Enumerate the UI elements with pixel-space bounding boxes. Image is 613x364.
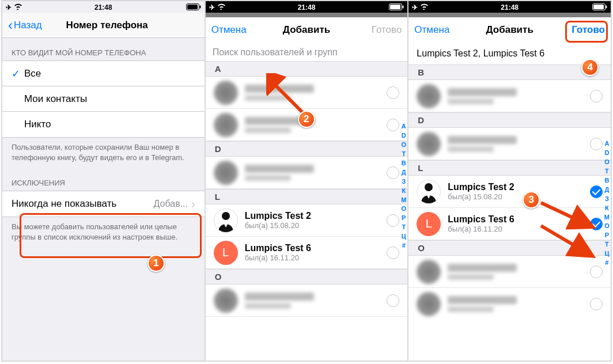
contact-sub xyxy=(245,127,291,133)
select-radio[interactable] xyxy=(387,86,399,99)
contact-sub xyxy=(448,98,494,104)
section-header-who-sees: КТО ВИДИТ МОЙ НОМЕР ТЕЛЕФОНА xyxy=(2,38,205,60)
selected-users[interactable]: Lumpics Test 2, Lumpics Test 6 xyxy=(408,43,611,65)
select-radio-checked[interactable] xyxy=(590,185,603,198)
contact-row-blurred[interactable] xyxy=(206,285,408,317)
select-radio[interactable] xyxy=(387,166,399,179)
battery-icon xyxy=(389,3,404,12)
avatar xyxy=(214,161,238,185)
contact-row-blurred[interactable] xyxy=(408,288,611,320)
page-title: Номер телефона xyxy=(66,20,148,31)
contact-name xyxy=(448,136,517,144)
option-contacts[interactable]: Мои контакты xyxy=(2,86,205,112)
svg-rect-5 xyxy=(403,5,404,8)
avatar xyxy=(417,260,441,284)
status-bar: ✈︎ 21:48 xyxy=(2,1,205,13)
select-radio[interactable] xyxy=(387,119,399,131)
search-input[interactable]: Поиск пользователей и групп xyxy=(206,43,408,61)
select-radio[interactable] xyxy=(387,294,399,307)
contact-lumpics-6[interactable]: L Lumpics Test 6был(а) 16.11.20 xyxy=(206,237,408,269)
avatar-letter: L xyxy=(214,241,238,265)
avatar-suit xyxy=(214,208,238,233)
contact-row-blurred[interactable] xyxy=(206,77,408,109)
select-radio[interactable] xyxy=(590,138,603,150)
select-radio[interactable] xyxy=(590,266,603,278)
select-radio[interactable] xyxy=(387,214,399,227)
status-time: 21:48 xyxy=(501,3,519,12)
alpha-index[interactable]: ADOTВДЗКМОРТЦ# xyxy=(604,139,610,268)
svg-point-11 xyxy=(425,183,433,191)
contact-sub xyxy=(245,175,291,181)
back-label: Назад xyxy=(14,20,42,31)
done-button[interactable]: Готово xyxy=(572,24,605,36)
contact-name xyxy=(245,85,314,93)
contact-sub xyxy=(448,274,494,280)
select-radio-checked[interactable] xyxy=(590,218,603,230)
contact-sub: был(а) 15.08.20 xyxy=(448,192,590,201)
avatar xyxy=(214,289,238,313)
never-show-value: Добав... xyxy=(154,199,188,209)
checkmark-icon: ✓ xyxy=(12,67,24,80)
never-show-label: Никогда не показывать xyxy=(12,198,154,210)
svg-rect-9 xyxy=(593,5,604,9)
avatar xyxy=(417,84,441,108)
battery-icon xyxy=(592,3,607,12)
section-header-exceptions: ИСКЛЮЧЕНИЯ xyxy=(2,168,205,191)
airplane-icon: ✈︎ xyxy=(6,3,12,12)
sheet-backdrop xyxy=(408,13,611,17)
section-index-o: O xyxy=(408,240,611,256)
wifi-icon xyxy=(420,3,429,12)
section-index-b: B xyxy=(408,65,611,80)
wifi-icon xyxy=(217,3,226,12)
contact-name: Lumpics Test 2 xyxy=(245,211,387,221)
select-radio[interactable] xyxy=(590,90,603,103)
section-index-a: A xyxy=(206,61,408,77)
contact-sub xyxy=(448,146,494,152)
exceptions-footer: Вы можете добавить пользователей или цел… xyxy=(2,217,205,248)
contact-row-blurred[interactable] xyxy=(408,80,611,112)
svg-rect-10 xyxy=(606,5,607,8)
exceptions-group: Никогда не показывать Добав... › xyxy=(2,191,205,217)
option-label: Все xyxy=(24,68,195,79)
avatar xyxy=(417,132,441,156)
modal-nav: Отмена Добавить Готово xyxy=(206,17,408,43)
contact-row-blurred[interactable] xyxy=(408,256,611,288)
screen-exceptions-selected: ✈︎ 21:48 Отмена Добавить Готово Lumpics … xyxy=(408,1,611,361)
status-time: 21:48 xyxy=(298,3,316,12)
back-button[interactable]: ‹ Назад xyxy=(8,18,42,32)
contact-name: Lumpics Test 2 xyxy=(448,182,590,192)
contact-row-blurred[interactable] xyxy=(206,157,408,189)
contact-lumpics-6[interactable]: L Lumpics Test 6был(а) 16.11.20 xyxy=(408,208,611,240)
done-button-disabled[interactable]: Готово xyxy=(372,24,402,36)
contact-lumpics-2[interactable]: Lumpics Test 2был(а) 15.08.20 xyxy=(206,204,408,237)
contact-name xyxy=(245,165,314,173)
modal-nav: Отмена Добавить Готово xyxy=(408,17,611,43)
nav-bar: ‹ Назад Номер телефона xyxy=(2,13,205,38)
step-badge-2: 2 xyxy=(298,111,315,128)
cancel-button[interactable]: Отмена xyxy=(414,24,449,36)
chevron-right-icon: › xyxy=(191,198,195,211)
svg-rect-2 xyxy=(199,5,200,8)
status-bar: ✈︎ 21:48 xyxy=(408,1,611,13)
battery-icon xyxy=(186,3,201,12)
step-badge-1: 1 xyxy=(147,255,165,272)
contact-name xyxy=(245,293,314,301)
option-all[interactable]: ✓ Все xyxy=(2,61,205,86)
svg-rect-4 xyxy=(390,5,400,9)
svg-point-6 xyxy=(222,212,230,220)
cancel-button[interactable]: Отмена xyxy=(211,24,247,36)
section-index-l: L xyxy=(408,160,611,176)
select-radio[interactable] xyxy=(387,247,399,259)
contact-lumpics-2[interactable]: Lumpics Test 2был(а) 15.08.20 xyxy=(408,176,611,208)
contact-sub xyxy=(245,95,291,101)
alpha-index[interactable]: ADOTВДЗКМОРТЦ# xyxy=(401,122,406,251)
modal-title: Добавить xyxy=(283,24,330,36)
contact-row-blurred[interactable] xyxy=(408,128,611,160)
never-show-row[interactable]: Никогда не показывать Добав... › xyxy=(2,191,205,217)
status-time: 21:48 xyxy=(94,3,112,12)
who-sees-footer: Пользователи, которые сохранили Ваш номе… xyxy=(2,138,205,168)
option-nobody[interactable]: Никто xyxy=(2,112,205,137)
select-radio[interactable] xyxy=(590,298,603,310)
wifi-icon xyxy=(14,3,22,12)
contact-name xyxy=(448,296,517,304)
